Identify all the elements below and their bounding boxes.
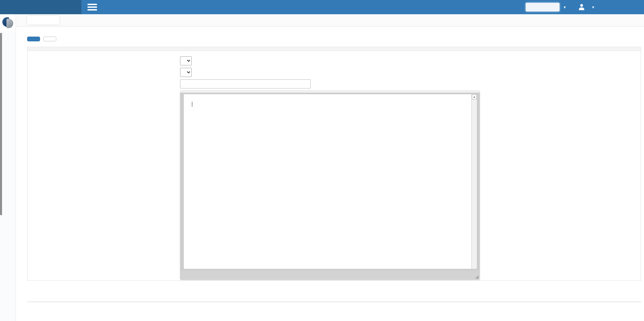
text-cursor bbox=[192, 102, 192, 107]
sidebar-items bbox=[0, 31, 16, 37]
editor-document[interactable] bbox=[184, 94, 471, 269]
mensagem-label bbox=[27, 91, 180, 94]
company-caret-icon[interactable]: ▼ bbox=[563, 5, 566, 9]
breadcrumb-redacted-value bbox=[27, 16, 59, 24]
editor-content-wrap: ▲ bbox=[184, 94, 477, 269]
general-info-panel: ▲ bbox=[27, 47, 641, 281]
action-bar bbox=[27, 37, 644, 41]
assunto-input[interactable] bbox=[180, 79, 311, 88]
top-bar: ▼ ▼ bbox=[0, 0, 644, 14]
company-selector[interactable] bbox=[526, 3, 560, 12]
form-row-assunto bbox=[27, 79, 641, 88]
rich-text-editor: ▲ bbox=[180, 91, 480, 280]
page: ▼ ▼ bbox=[0, 0, 644, 321]
sidebar-logo[interactable] bbox=[0, 14, 16, 31]
editor-surround: ▲ bbox=[180, 93, 480, 280]
page-footer bbox=[27, 302, 641, 321]
editor-toolbar-combos bbox=[180, 93, 480, 93]
sidebar-scrollbar[interactable] bbox=[0, 33, 2, 215]
send-logo-icon bbox=[2, 17, 13, 28]
form-row-tipo-cadastro bbox=[27, 56, 641, 65]
tipo-cadastro-select[interactable] bbox=[180, 56, 192, 65]
close-button[interactable] bbox=[43, 37, 56, 41]
breadcrumb-bar bbox=[0, 14, 644, 26]
menu-hamburger-icon[interactable] bbox=[87, 4, 97, 11]
user-caret-icon[interactable]: ▼ bbox=[591, 5, 595, 9]
main-content: ▲ bbox=[16, 26, 644, 321]
editor-status-bar bbox=[180, 270, 480, 280]
panel-body: ▲ bbox=[27, 51, 641, 280]
panel-title bbox=[27, 47, 641, 51]
form-row-codigo-servidor bbox=[27, 68, 641, 77]
codigo-servidor-select[interactable] bbox=[180, 68, 192, 77]
scroll-track[interactable] bbox=[472, 99, 477, 269]
topbar-right: ▼ ▼ bbox=[522, 3, 644, 12]
user-icon[interactable] bbox=[579, 4, 585, 10]
form-row-mensagem: ▲ bbox=[27, 91, 641, 280]
brand-zone bbox=[0, 0, 81, 14]
resize-grip[interactable] bbox=[475, 275, 479, 279]
sidebar bbox=[0, 14, 16, 321]
confirm-button[interactable] bbox=[27, 37, 40, 41]
scroll-up-icon[interactable]: ▲ bbox=[472, 94, 477, 99]
editor-scrollbar[interactable]: ▲ bbox=[472, 94, 477, 269]
